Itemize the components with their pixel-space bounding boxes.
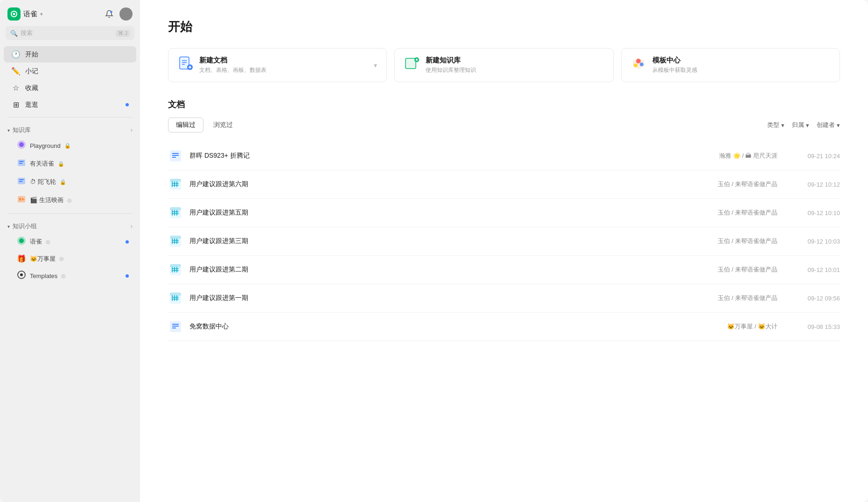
doc-meta: 玉伯 / 来帮语雀做产品 [675,209,777,217]
sidebar-item-start[interactable]: 🕐 开始 [4,46,136,63]
sort-type-label: 类型 [767,121,779,129]
new-doc-sub: 文档、表格、画板、数据表 [199,66,266,74]
group-section-title: 知识小组 [13,222,128,230]
knowledge-item-yuque[interactable]: 有关语雀 🔒 [4,155,136,173]
new-knowledge-sub: 使用知识库整理知识 [426,66,476,74]
new-knowledge-text: 新建知识库 使用知识库整理知识 [426,56,476,74]
group-item-wanshiwu[interactable]: 🎁 🐱万事屋 ◎ [4,251,136,266]
doc-section-title: 文档 [168,99,840,110]
new-doc-text: 新建文档 文档、表格、画板、数据表 [199,56,266,74]
knowledge-item-playground[interactable]: Playground 🔒 [4,137,136,154]
doc-type-icon-5 [168,291,183,306]
doc-row[interactable]: 用户建议跟进第三期玉伯 / 来帮语雀做产品09-12 10:03 [168,227,840,256]
playground-icon [17,140,26,151]
wanshiwu-label: 🐱万事屋 [30,255,56,263]
knowledge-item-topflywheel[interactable]: ⏱ 陀飞轮 🔒 [4,173,136,191]
yuque-group-share-icon: ◎ [46,239,50,245]
knowledge-list: Playground 🔒 有关语雀 🔒 ⏱ 陀飞 [0,136,140,209]
doc-name: 用户建议跟进第二期 [189,265,668,274]
topflywheel-icon [17,176,26,188]
svg-rect-6 [19,161,24,162]
svg-rect-57 [170,236,181,239]
sidebar: 语雀 ▾ 🔍 搜索 ⌘ J 🕐 [0,0,140,502]
app-logo[interactable]: 语雀 ▾ [7,7,43,21]
template-center-card[interactable]: 模板中心 从模板中获取灵感 [621,48,840,82]
doc-name: 用户建议跟进第一期 [189,294,668,302]
doc-type-icon-6 [168,319,183,334]
doc-filters: 编辑过 浏览过 类型 ▾ 归属 ▾ 创建者 ▾ [168,118,840,132]
svg-rect-71 [170,293,181,296]
doc-meta: 玉伯 / 来帮语雀做产品 [675,180,777,188]
sort-belong[interactable]: 归属 ▾ [792,121,809,129]
playground-lock-icon: 🔒 [64,143,71,149]
doc-row[interactable]: 用户建议跟进第五期玉伯 / 来帮语雀做产品09-12 10:10 [168,199,840,227]
doc-name: 免窝数据中心 [189,322,668,331]
template-center-icon [631,56,646,74]
group-section-header[interactable]: ▾ 知识小组 › [0,217,140,232]
wanshiwu-icon: 🎁 [17,254,26,263]
yuque-kb-lock-icon: 🔒 [58,161,64,167]
nav-list: 🕐 开始 ✏️ 小记 ☆ 收藏 ⊞ 逛逛 [0,46,140,113]
sidebar-item-favorites[interactable]: ☆ 收藏 [4,80,136,96]
group-item-templates[interactable]: Templates ◎ [4,267,136,285]
search-bar[interactable]: 🔍 搜索 ⌘ J [6,26,134,40]
doc-date: 09-12 10:01 [784,266,840,273]
sort-type-icon: ▾ [781,122,784,129]
doc-date: 09-08 15:33 [784,323,840,330]
notification-button[interactable] [103,7,116,21]
svg-point-1 [110,11,112,13]
doc-type-icon-0 [168,148,183,163]
sort-type[interactable]: 类型 ▾ [767,121,784,129]
new-knowledge-title: 新建知识库 [426,56,476,65]
templates-badge [126,274,129,278]
svg-point-17 [20,273,23,276]
sort-belong-icon: ▾ [806,122,809,129]
sidebar-item-notes[interactable]: ✏️ 小记 [4,63,136,79]
logo-icon [7,7,21,21]
knowledge-expand-icon[interactable]: › [131,127,133,133]
sort-creator-icon: ▾ [837,122,840,129]
svg-point-2 [124,10,128,14]
lifemovie-icon [17,195,26,206]
doc-row[interactable]: 免窝数据中心🐱万事屋 / 🐱大计09-08 15:33 [168,313,840,341]
explore-icon: ⊞ [11,100,21,109]
group-item-yuque[interactable]: 语雀 ◎ [4,233,136,251]
new-knowledge-card[interactable]: 新建知识库 使用知识库整理知识 [394,48,613,82]
knowledge-item-lifemovie[interactable]: 🎬 生活映画 ◎ [4,191,136,209]
template-center-title: 模板中心 [652,56,697,65]
app-dropdown-icon[interactable]: ▾ [40,11,43,17]
template-center-sub: 从模板中获取灵感 [652,66,697,74]
doc-row[interactable]: 用户建议跟进第六期玉伯 / 来帮语雀做产品09-12 10:12 [168,170,840,199]
new-doc-icon [178,56,193,74]
doc-date: 09-12 09:56 [784,295,840,302]
doc-type-icon-1 [168,177,183,192]
playground-label: Playground [30,142,61,149]
filter-browsed[interactable]: 浏览过 [205,118,241,132]
search-icon: 🔍 [10,30,18,37]
template-center-text: 模板中心 从模板中获取灵感 [652,56,697,74]
templates-share-icon: ◎ [61,273,66,279]
doc-meta: 玉伯 / 来帮语雀做产品 [675,265,777,274]
doc-row[interactable]: 用户建议跟进第二期玉伯 / 来帮语雀做产品09-12 10:01 [168,256,840,284]
doc-row[interactable]: 用户建议跟进第一期玉伯 / 来帮语雀做产品09-12 09:56 [168,284,840,313]
favorites-icon: ☆ [11,84,21,92]
knowledge-section-header[interactable]: ▾ 知识库 › [0,121,140,136]
svg-point-4 [19,142,24,147]
new-knowledge-icon [404,56,419,74]
doc-name: 用户建议跟进第六期 [189,180,668,188]
sort-creator-label: 创建者 [817,121,835,129]
svg-rect-7 [19,163,22,164]
doc-row[interactable]: 群晖 DS923+ 折腾记瀚雅 🌟 / 🏔 咫尺天涯09-21 10:24 [168,142,840,170]
new-doc-arrow-icon[interactable]: ▾ [374,62,377,69]
new-doc-card[interactable]: 新建文档 文档、表格、画板、数据表 ▾ [168,48,387,82]
sort-belong-label: 归属 [792,121,804,129]
sort-creator[interactable]: 创建者 ▾ [817,121,840,129]
group-collapse-icon: ▾ [7,224,10,229]
group-list: 语雀 ◎ 🎁 🐱万事屋 ◎ Templates ◎ [0,232,140,285]
avatar-button[interactable] [119,7,133,21]
sidebar-item-explore[interactable]: ⊞ 逛逛 [4,97,136,113]
group-expand-icon[interactable]: › [131,223,133,230]
filter-edited[interactable]: 编辑过 [168,118,203,132]
svg-rect-9 [19,179,24,180]
svg-point-32 [634,63,637,67]
